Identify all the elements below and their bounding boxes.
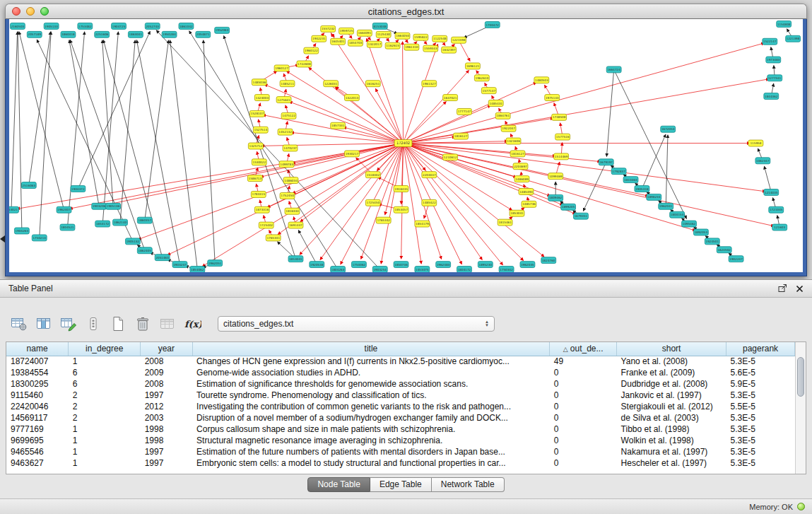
table-row[interactable]: 1456911722003Disruption of a novel membe… — [6, 412, 795, 424]
graph-node[interactable]: 1700472 — [485, 21, 500, 28]
graph-node[interactable]: 1950284 — [162, 31, 177, 37]
graph-node[interactable]: 1154808 — [777, 21, 792, 27]
table-row[interactable]: 911546021997Tourette syndrome. Phenomeno… — [6, 390, 795, 401]
scrollbar-thumb[interactable] — [797, 357, 804, 397]
graph-node[interactable]: 1905132 — [125, 238, 140, 245]
graph-node[interactable]: 1844362 — [764, 93, 779, 100]
graph-node[interactable]: 1691447 — [288, 222, 303, 228]
graph-node[interactable]: 1485036 — [252, 79, 266, 86]
graph-node[interactable]: 1522147 — [763, 38, 777, 45]
graph-node[interactable]: 1559343 — [423, 45, 438, 52]
graph-node[interactable]: 2160503 — [10, 23, 25, 29]
tab-network-table[interactable]: Network Table — [432, 477, 505, 492]
column-header-pagerank[interactable]: pagerank — [726, 342, 795, 356]
graph-node[interactable]: 1860357 — [137, 217, 152, 223]
graph-node[interactable]: 1905318 — [635, 186, 649, 192]
collapse-panel-arrow-icon[interactable] — [0, 235, 5, 243]
graph-node[interactable]: 1475122 — [281, 112, 296, 119]
network-canvas[interactable]: 2160503205718919051331860418175348222516… — [9, 19, 803, 272]
graph-node[interactable]: 1577147 — [481, 88, 496, 94]
graph-node[interactable]: 1920538 — [310, 262, 324, 268]
table-scrollbar[interactable] — [795, 342, 806, 474]
graph-node[interactable]: 1486089 — [514, 176, 529, 182]
graph-node[interactable]: 1722608 — [297, 61, 312, 67]
column-header-title[interactable]: title — [192, 342, 550, 356]
column-button[interactable] — [83, 314, 104, 334]
graph-node[interactable]: 1664050 — [395, 33, 410, 39]
graph-node[interactable]: 1679197 — [599, 159, 613, 165]
graph-node[interactable]: 1777147 — [457, 108, 472, 115]
graph-node[interactable]: 1902247 — [729, 256, 743, 262]
edit-table-button[interactable] — [58, 314, 79, 334]
graph-node[interactable]: 1905133 — [44, 23, 59, 29]
graph-node[interactable]: 1518302 — [365, 172, 380, 178]
graph-node[interactable]: 1853041 — [510, 210, 524, 216]
graph-node[interactable]: 1672053 — [661, 126, 676, 132]
graph-node[interactable]: 1275641 — [276, 97, 291, 103]
close-panel-button[interactable] — [796, 285, 804, 293]
graph-node[interactable]: 1221398 — [786, 35, 801, 42]
graph-node[interactable]: 1099469 — [548, 173, 563, 180]
graph-node[interactable]: 1595822 — [413, 34, 428, 40]
graph-node[interactable]: 1930217 — [345, 151, 360, 157]
window-titlebar[interactable]: citations_edges.txt — [5, 4, 807, 19]
graph-node[interactable]: 8153048 — [372, 23, 387, 29]
graph-node[interactable]: 1873316 — [254, 206, 269, 213]
graph-node[interactable]: 1470237 — [283, 145, 298, 151]
table-row[interactable]: 1830029562008Estimation of significance … — [6, 378, 795, 390]
float-panel-button[interactable] — [778, 284, 787, 293]
table-row[interactable]: 946362711997Embryonic stem cells: a mode… — [6, 457, 795, 469]
graph-node[interactable]: 1486034 — [283, 177, 298, 184]
column-header-out-de-[interactable]: △out_de... — [550, 342, 617, 356]
graph-node[interactable]: 1904372 — [71, 186, 86, 192]
tab-edge-table[interactable]: Edge Table — [370, 477, 432, 492]
graph-node[interactable]: 1862405 — [137, 247, 152, 254]
graph-node[interactable]: 1961327 — [422, 81, 437, 87]
graph-node[interactable]: 1824502 — [717, 247, 731, 253]
table-row[interactable]: 1872400712008Changes of HCN gene express… — [6, 356, 795, 367]
graph-node[interactable]: 115958 — [748, 140, 763, 146]
graph-node[interactable]: 1815461 — [498, 219, 512, 226]
graph-node[interactable]: 2052743 — [145, 23, 160, 29]
graph-node[interactable]: 1753482 — [78, 23, 93, 29]
graph-node[interactable]: 1752450 — [280, 192, 295, 199]
graph-node[interactable]: 1962041 — [659, 203, 673, 209]
graph-node[interactable]: 1725402 — [259, 222, 273, 228]
graph-node[interactable]: 1942231 — [312, 35, 326, 42]
graph-node[interactable]: 1816127 — [510, 151, 525, 157]
graph-node[interactable]: 1226031 — [324, 81, 339, 87]
graph-node[interactable]: 1783315 — [251, 191, 266, 197]
graph-node[interactable]: 1853041 — [288, 256, 303, 262]
graph-node[interactable]: 1853021 — [9, 206, 18, 213]
graph-node[interactable]: 2204047 — [422, 172, 437, 178]
graph-node[interactable]: 1962483 — [436, 262, 451, 268]
graph-node[interactable]: 1903254 — [372, 267, 387, 272]
column-header-year[interactable]: year — [141, 342, 192, 356]
graph-node[interactable]: 1577516 — [555, 134, 570, 140]
graph-node[interactable]: 1485211 — [280, 81, 295, 87]
table-row[interactable]: 2242004622012Investigating the contribut… — [6, 401, 795, 412]
graph-node[interactable]: 1210612 — [443, 154, 458, 160]
table-row[interactable]: 1938455462009Genome-wide association stu… — [6, 367, 795, 378]
graph-node[interactable]: 1452132 — [278, 129, 293, 135]
graph-node[interactable]: 1862140 — [113, 219, 128, 226]
graph-node[interactable]: 1853172 — [95, 221, 110, 227]
graph-node[interactable]: 2054871 — [196, 31, 211, 37]
graph-node[interactable]: 1810463 — [623, 177, 638, 183]
graph-node[interactable]: 1850746 — [394, 262, 408, 268]
graph-node[interactable]: 1918435 — [394, 186, 408, 192]
table-row[interactable]: 977716911998Corpus callosum shape and si… — [6, 424, 795, 435]
graph-node[interactable]: 1485431 — [488, 100, 503, 107]
graph-node[interactable]: 1499783 — [279, 161, 294, 168]
graph-node[interactable]: 1904725 — [112, 23, 126, 29]
graph-node[interactable]: 1804521 — [60, 224, 75, 230]
graph-node[interactable]: 1824760 — [541, 257, 556, 264]
graph-node[interactable]: 1857331 — [331, 122, 346, 129]
table-selector[interactable]: citations_edges.txt ▲▼ — [218, 316, 495, 332]
graph-node[interactable]: 1424004 — [254, 95, 269, 101]
graph-node[interactable]: 1322013 — [345, 95, 360, 101]
graph-node[interactable]: 1527514 — [253, 127, 268, 133]
graph-node[interactable]: 1530022 — [252, 159, 266, 165]
graph-node[interactable]: 1804263 — [331, 267, 346, 272]
new-document-button[interactable] — [107, 314, 129, 334]
